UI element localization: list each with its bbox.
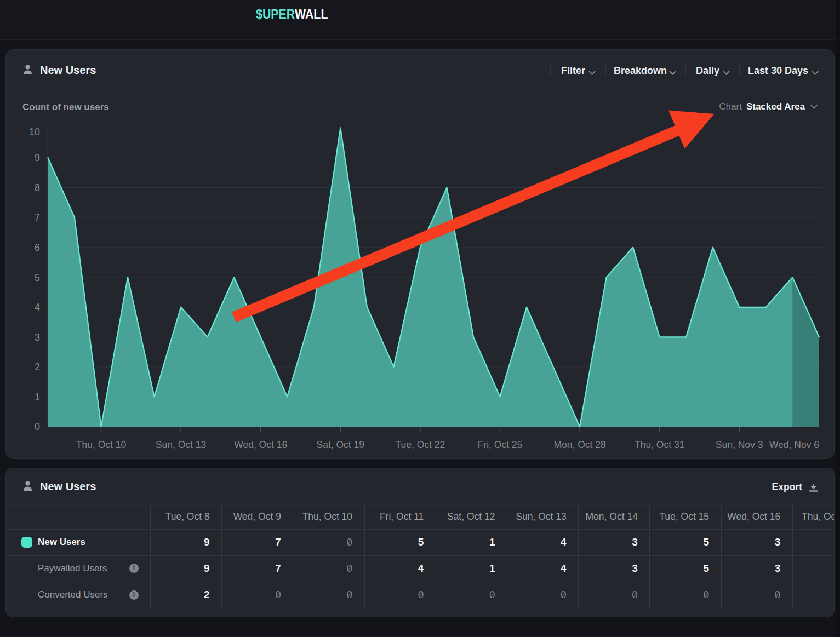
svg-text:Sat, Oct 19: Sat, Oct 19: [317, 439, 365, 450]
svg-text:6: 6: [35, 242, 40, 253]
svg-text:Mon, Oct 28: Mon, Oct 28: [553, 439, 605, 450]
svg-text:Fri, Oct 25: Fri, Oct 25: [478, 439, 523, 450]
svg-text:5: 5: [35, 272, 40, 283]
svg-text:9: 9: [35, 152, 40, 163]
svg-text:3: 3: [35, 332, 40, 343]
svg-text:Thu, Oct 10: Thu, Oct 10: [76, 439, 127, 450]
svg-text:7: 7: [35, 212, 40, 223]
svg-text:Wed, Nov 6: Wed, Nov 6: [769, 439, 819, 450]
svg-text:10: 10: [29, 127, 40, 137]
svg-text:Sun, Oct 13: Sun, Oct 13: [156, 439, 206, 450]
svg-text:2: 2: [35, 361, 40, 372]
svg-text:Wed, Oct 16: Wed, Oct 16: [234, 439, 287, 450]
svg-text:4: 4: [35, 302, 40, 313]
svg-text:Thu, Oct 31: Thu, Oct 31: [635, 439, 684, 450]
svg-text:1: 1: [35, 392, 40, 403]
svg-text:Tue, Oct 22: Tue, Oct 22: [396, 439, 445, 450]
svg-text:Sun, Nov 3: Sun, Nov 3: [716, 439, 763, 450]
svg-text:8: 8: [35, 182, 40, 193]
svg-text:0: 0: [35, 421, 40, 432]
